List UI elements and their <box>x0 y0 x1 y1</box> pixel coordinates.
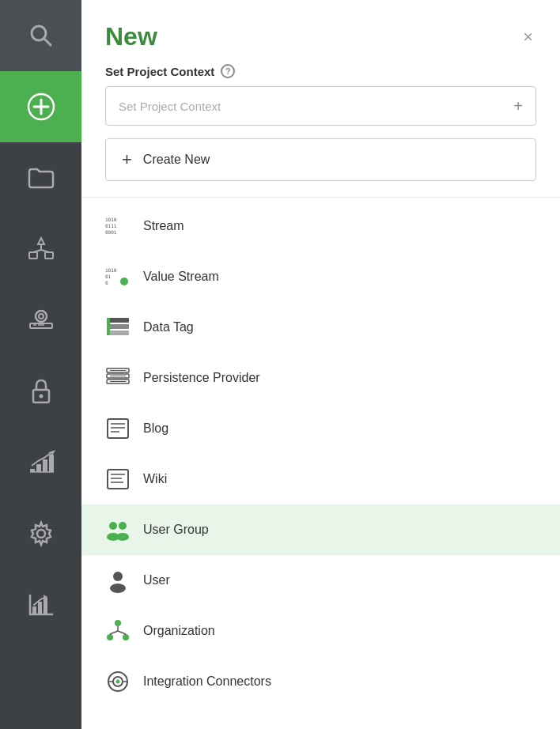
list-item-user[interactable]: User <box>81 555 560 606</box>
wiki-icon <box>105 466 131 492</box>
svg-marker-5 <box>38 238 44 244</box>
create-new-plus-icon: + <box>122 149 132 170</box>
svg-text:0001: 0001 <box>105 229 117 235</box>
sidebar-item-security[interactable] <box>0 356 81 427</box>
svg-rect-26 <box>32 606 36 614</box>
user-group-icon <box>105 517 131 542</box>
search-icon <box>27 21 55 50</box>
list-item-stream[interactable]: 1010 0111 0001 Stream <box>81 201 560 251</box>
integration-connectors-label: Integration Connectors <box>143 674 271 689</box>
svg-rect-6 <box>29 252 37 259</box>
context-input[interactable]: Set Project Context + <box>105 86 536 126</box>
sidebar-item-create[interactable] <box>0 71 81 142</box>
svg-rect-7 <box>45 252 53 259</box>
sidebar-item-analytics[interactable] <box>0 427 81 498</box>
svg-rect-39 <box>107 318 110 335</box>
svg-point-17 <box>39 395 43 398</box>
svg-rect-38 <box>107 331 129 335</box>
svg-point-59 <box>110 584 126 593</box>
svg-rect-50 <box>108 470 128 489</box>
svg-point-12 <box>39 314 44 319</box>
svg-rect-37 <box>107 324 129 329</box>
plus-circle-icon <box>27 93 55 121</box>
svg-rect-13 <box>30 323 52 328</box>
svg-point-54 <box>109 522 117 530</box>
blog-icon <box>105 416 131 441</box>
svg-point-57 <box>116 533 129 541</box>
svg-point-11 <box>36 311 47 322</box>
svg-rect-20 <box>43 459 47 472</box>
svg-rect-21 <box>49 455 54 472</box>
value-stream-label: Value Stream <box>143 270 219 284</box>
chart-icon <box>27 448 55 477</box>
gear-icon <box>27 519 55 548</box>
svg-point-35 <box>120 278 128 285</box>
wiki-label: Wiki <box>143 472 167 486</box>
user-label: User <box>143 573 170 587</box>
folder-icon <box>27 164 55 192</box>
user-group-label: User Group <box>143 523 209 537</box>
list-item-value-stream[interactable]: 1010 01 0 Value Stream <box>81 251 560 302</box>
svg-point-62 <box>123 634 129 640</box>
svg-point-23 <box>37 530 45 538</box>
graph-icon <box>27 591 55 619</box>
svg-point-60 <box>115 620 121 626</box>
svg-text:0: 0 <box>105 280 108 285</box>
create-new-label: Create New <box>143 153 210 167</box>
panel-title: New <box>105 22 157 51</box>
svg-text:1010: 1010 <box>105 217 117 222</box>
context-placeholder: Set Project Context <box>119 100 221 113</box>
monitor-icon <box>27 306 55 334</box>
sidebar <box>0 0 81 729</box>
sidebar-item-files[interactable] <box>0 142 81 213</box>
create-new-button[interactable]: + Create New <box>105 138 536 181</box>
persistence-provider-label: Persistence Provider <box>143 371 260 385</box>
svg-text:1010: 1010 <box>105 267 117 273</box>
list-item-organization[interactable]: Organization <box>81 606 560 656</box>
stream-label: Stream <box>143 219 184 233</box>
project-context-section: Set Project Context ? Set Project Contex… <box>81 64 560 138</box>
list-item-data-tag[interactable]: Data Tag <box>81 302 560 353</box>
list-item-wiki[interactable]: Wiki <box>81 454 560 504</box>
sidebar-item-search[interactable] <box>0 0 81 71</box>
svg-text:01: 01 <box>105 274 112 279</box>
sidebar-item-monitor[interactable] <box>0 285 81 356</box>
section-label: Set Project Context ? <box>105 64 536 78</box>
data-tag-icon <box>105 315 131 340</box>
blog-label: Blog <box>143 421 168 436</box>
svg-rect-36 <box>107 318 129 323</box>
list-item-blog[interactable]: Blog <box>81 403 560 454</box>
main-content: New × Set Project Context ? Set Project … <box>81 0 560 729</box>
new-panel: New × Set Project Context ? Set Project … <box>81 0 560 729</box>
close-button[interactable]: × <box>520 25 536 49</box>
svg-text:0111: 0111 <box>105 223 117 229</box>
persistence-provider-icon <box>105 365 131 391</box>
list-item-user-group[interactable]: User Group <box>81 504 560 555</box>
sidebar-item-settings[interactable] <box>0 498 81 569</box>
svg-point-68 <box>116 680 120 684</box>
data-tag-label: Data Tag <box>143 320 194 334</box>
svg-line-65 <box>118 631 126 634</box>
lock-icon <box>27 377 55 406</box>
svg-point-55 <box>119 522 127 530</box>
stream-icon: 1010 0111 0001 <box>105 213 131 239</box>
list-item-persistence-provider[interactable]: Persistence Provider <box>81 353 560 403</box>
sidebar-item-reports[interactable] <box>0 569 81 640</box>
add-context-icon: + <box>513 97 523 115</box>
panel-header: New × <box>81 0 560 64</box>
svg-line-1 <box>44 39 51 45</box>
organization-icon <box>105 618 131 644</box>
sidebar-item-network[interactable] <box>0 213 81 285</box>
divider <box>81 197 560 198</box>
help-icon[interactable]: ? <box>221 64 235 78</box>
value-stream-icon: 1010 01 0 <box>105 264 131 289</box>
integration-connectors-icon <box>105 669 131 694</box>
list-item-integration-connectors[interactable]: Integration Connectors <box>81 656 560 707</box>
svg-point-58 <box>113 572 123 581</box>
network-icon <box>27 235 55 263</box>
svg-rect-19 <box>36 464 41 472</box>
svg-rect-27 <box>38 602 42 614</box>
svg-rect-46 <box>108 419 128 438</box>
item-list: 1010 0111 0001 Stream 1010 01 0 <box>81 201 560 729</box>
svg-line-64 <box>110 631 118 634</box>
